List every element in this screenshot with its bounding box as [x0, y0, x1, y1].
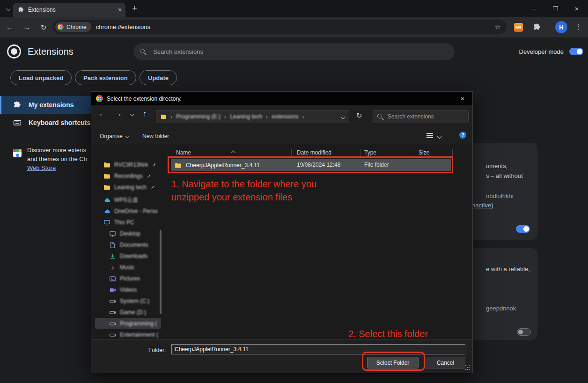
tree-item[interactable]: Desktop [109, 228, 140, 239]
videos-icon [109, 287, 116, 294]
tree-item[interactable]: RVC3R13Nrk [103, 160, 156, 170]
tree-item[interactable]: Game (D:) [109, 307, 146, 317]
folder-icon [103, 173, 110, 180]
breadcrumb-segment[interactable]: Leaning tech [230, 113, 262, 120]
update-button[interactable]: Update [140, 70, 177, 85]
load-unpacked-button[interactable]: Load unpacked [10, 70, 72, 85]
column-divider[interactable] [452, 149, 453, 156]
tree-item-label: RVC3R13Nrk [114, 162, 148, 168]
dialog-back-button[interactable]: ← [99, 110, 106, 118]
column-header-size[interactable]: Size [419, 149, 429, 156]
extension-img-icon[interactable]: IMG [514, 23, 523, 32]
tree-item[interactable]: WPS云盘 [103, 195, 138, 205]
extensions-puzzle-icon[interactable] [533, 23, 541, 31]
dialog-forward-button[interactable]: → [115, 110, 122, 118]
bookmark-star-icon[interactable]: ☆ [495, 23, 501, 31]
view-mode-icon[interactable] [426, 133, 433, 138]
tree-item[interactable]: Documents [109, 240, 148, 250]
tree-item[interactable]: Leaning tech [103, 182, 155, 192]
dialog-search-box[interactable] [373, 110, 469, 123]
breadcrumb[interactable]: › Programming (E:) › Leaning tech › exte… [156, 110, 349, 123]
tree-item-label: WPS云盘 [114, 196, 138, 204]
tab-search-button[interactable] [4, 4, 12, 13]
sidebar-item-my-extensions[interactable]: My extensions [0, 96, 91, 114]
sidebar-item-keyboard-shortcuts[interactable]: Keyboard shortcuts [0, 114, 91, 132]
pack-extension-button[interactable]: Pack extension [75, 70, 136, 85]
tree-item[interactable]: OneDrive - Perso [103, 206, 158, 216]
breadcrumb-separator: › [266, 113, 268, 120]
organise-menu-button[interactable]: Organise [100, 133, 129, 140]
chrome-chip-label: Chrome [66, 24, 87, 30]
folder-icon [161, 114, 167, 120]
card-id-fragment: geepdnnok [486, 305, 516, 312]
view-mode-chevron-icon[interactable] [437, 134, 442, 139]
recent-locations-chevron-icon[interactable] [130, 112, 135, 117]
extensions-search-input[interactable] [152, 48, 448, 56]
tree-scrollbar[interactable] [160, 230, 162, 314]
tree-item[interactable]: System (C:) [109, 296, 149, 306]
address-bar[interactable]: Chrome chrome://extensions ☆ [52, 20, 507, 34]
web-store-link[interactable]: Web Store [27, 164, 56, 171]
extensions-search-bar[interactable] [133, 43, 455, 60]
extensions-favicon-icon [18, 7, 24, 13]
breadcrumb-segment[interactable]: Programming (E:) [176, 113, 220, 120]
cancel-button[interactable]: Cancel [426, 357, 465, 368]
onedrive-cloud-icon [103, 208, 110, 215]
address-dropdown-chevron-icon[interactable] [341, 114, 345, 119]
window-maximize-button[interactable] [545, 0, 566, 17]
tree-item[interactable]: Pictures [109, 273, 140, 284]
column-divider[interactable] [360, 149, 361, 156]
card-inactive-link[interactable]: nactive) [472, 202, 493, 209]
window-close-button[interactable]: × [566, 0, 587, 17]
dialog-search-input[interactable] [387, 113, 464, 120]
tree-item-label: This PC [114, 219, 134, 226]
tree-item[interactable]: ♪Music [109, 262, 134, 273]
pictures-icon [109, 275, 116, 282]
card-text-fragment: e with a reliable, [486, 265, 530, 273]
reload-button[interactable]: ↻ [37, 22, 50, 34]
extension-enable-toggle[interactable] [516, 225, 530, 233]
forward-button[interactable]: → [21, 22, 33, 34]
tab-strip: Extensions × + – × [0, 0, 588, 17]
new-folder-button[interactable]: New folder [142, 133, 169, 140]
window-minimize-button[interactable]: – [523, 0, 544, 17]
tree-item[interactable]: Downloads [109, 251, 147, 261]
tree-item-selected[interactable]: Programming ( [109, 318, 157, 329]
extensions-page-logo-icon [7, 44, 21, 59]
tree-item[interactable]: Recordings [103, 171, 151, 181]
tree-item-label: Downloads [120, 253, 147, 259]
annotation-highlight-select-button [362, 352, 425, 371]
breadcrumb-separator: › [302, 113, 304, 120]
back-button[interactable]: ← [4, 22, 16, 34]
developer-mode-toggle[interactable] [569, 48, 583, 55]
dialog-refresh-button[interactable]: ↻ [356, 111, 362, 120]
resize-grip[interactable] [465, 365, 470, 371]
url-text: chrome://extensions [96, 23, 150, 30]
new-tab-button[interactable]: + [132, 3, 137, 14]
browser-menu-icon[interactable]: ⋮ [575, 22, 582, 31]
developer-mode-label: Developer mode [519, 48, 564, 55]
tree-item[interactable]: Entertainment ( [109, 330, 158, 340]
sidebar-my-extensions-label: My extensions [29, 101, 74, 109]
desktop-icon [109, 230, 116, 237]
dialog-up-button[interactable]: ↑ [143, 110, 147, 118]
column-header-date-modified[interactable]: Date modified [297, 149, 331, 156]
column-divider[interactable] [291, 149, 292, 156]
pin-icon [147, 174, 151, 178]
help-button[interactable]: ? [459, 132, 466, 139]
column-header-name[interactable]: Name [176, 149, 191, 156]
column-header-type[interactable]: Type [364, 149, 376, 156]
annotation-step1-text: 1. Navigate to the folder where you [171, 179, 316, 190]
extension-enable-toggle[interactable] [517, 328, 531, 336]
tab-close-icon[interactable]: × [118, 7, 122, 13]
profile-avatar[interactable]: H [555, 21, 567, 33]
dialog-close-button[interactable]: × [453, 92, 472, 105]
chrome-logo-icon [96, 95, 103, 102]
tree-item[interactable]: Videos [109, 285, 137, 295]
browser-tab-extensions[interactable]: Extensions × [13, 3, 125, 17]
tree-item-label: Leaning tech [114, 184, 147, 191]
dialog-title-bar: Select the extension directory. [91, 92, 472, 105]
column-divider[interactable] [415, 149, 415, 156]
breadcrumb-segment[interactable]: extensions [272, 113, 298, 120]
tree-item[interactable]: This PC [103, 217, 134, 228]
